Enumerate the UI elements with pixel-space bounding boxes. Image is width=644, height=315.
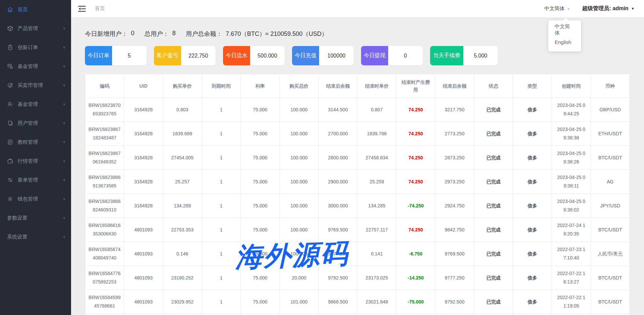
table-cell: 2023-04-25 09:38:02	[552, 194, 591, 218]
user-icon	[7, 101, 13, 107]
language-selector-label: 中文简体	[544, 5, 564, 12]
table-cell: 人民币/美元	[591, 242, 629, 266]
sidebar: 首页 产品管理 ∨ 创新订单 ∨ 基金管理 ∨ 买卖币管理 ∨ 基金管理 ∨ 用…	[0, 0, 71, 315]
admin-menu[interactable]: 超级管理员: admin ▼	[582, 5, 635, 12]
column-header: 创建时间	[552, 74, 591, 98]
table-cell: 9777.250	[318, 242, 357, 266]
sidebar-item-系统设置[interactable]: 系统设置 ∨	[0, 227, 71, 246]
sidebar-item-home[interactable]: 首页	[0, 0, 71, 19]
table-cell: 2022-07-22 11:19:05	[552, 290, 591, 314]
wallet-icon	[7, 158, 13, 164]
table-cell: 借多	[513, 218, 552, 242]
table-cell: 已完成	[474, 170, 513, 194]
table-cell: 已完成	[474, 266, 513, 290]
table-cell: 3144.500	[318, 98, 357, 122]
table-cell: 9868.500	[318, 290, 357, 314]
table-cell: -14.250	[396, 266, 435, 290]
column-header: 购买单价	[163, 74, 202, 98]
table-cell: 2023-04-25 09:38:38	[552, 122, 591, 146]
table-cell: 已完成	[474, 146, 513, 170]
stat-card-value: 5.000	[463, 46, 498, 65]
table-cell: 9842.750	[435, 218, 474, 242]
table-cell: 22753.353	[163, 218, 202, 242]
stat-card-label: 今日订单	[85, 46, 112, 65]
table-cell	[396, 314, 435, 315]
chevron-down-icon: ∨	[567, 7, 570, 10]
table-cell	[474, 314, 513, 315]
stat-card-label: 今日提现	[361, 46, 388, 65]
table-cell	[163, 314, 202, 315]
column-header: 结束后余额	[435, 74, 474, 98]
sidebar-item-trade[interactable]: 买卖币管理 ∨	[0, 76, 71, 95]
orders-table: 编码UID购买单价到期时间利率购买总价结束后余额结束时单价结束时产生费用结束后余…	[85, 74, 630, 315]
collapse-menu-icon[interactable]	[78, 5, 86, 12]
chevron-down-icon: ∨	[63, 216, 66, 220]
language-option[interactable]: 中文简体	[548, 24, 581, 36]
sidebar-item-coins[interactable]: 基金管理 ∨	[0, 57, 71, 76]
sidebar-item-gear[interactable]: 钱包管理 ∨	[0, 189, 71, 208]
language-dropdown: 中文简体 English	[548, 20, 581, 51]
stat-card-value: 500.000	[250, 46, 285, 65]
table-cell: 2022-07-23 17:10:40	[552, 242, 591, 266]
column-header: 结束时单价	[357, 74, 396, 98]
table-cell: 借多	[513, 194, 552, 218]
sidebar-item-label: 产品管理	[18, 25, 63, 32]
table-cell	[241, 314, 280, 315]
sidebar-item-user[interactable]: 基金管理 ∨	[0, 95, 71, 114]
stat-group: 今日新增用户： 0	[85, 30, 134, 38]
table-row: BRW1658567440804974048010930.146175.0001…	[85, 242, 630, 266]
sidebar-item-label: 菜单管理	[18, 177, 63, 183]
table-cell: 134.289	[163, 194, 202, 218]
table-cell: 2773.250	[435, 122, 474, 146]
document-icon	[7, 139, 13, 145]
stat-card: 今日提现 0	[361, 46, 423, 65]
table-row: BRW16823867061848352316492827454.005175.…	[85, 146, 630, 170]
sidebar-item-document[interactable]: 教程管理 ∨	[0, 133, 71, 152]
table-cell: 4801093	[124, 218, 163, 242]
table-cell: 1	[202, 98, 241, 122]
table-cell: 0.803	[163, 98, 202, 122]
language-option[interactable]: English	[548, 36, 581, 48]
table-cell: 23029.952	[163, 290, 202, 314]
trade-icon	[7, 82, 13, 88]
table-row: BRW16823866913673585316492825.257175.000…	[85, 170, 630, 194]
table-cell: BRW16823866913673585	[85, 170, 124, 194]
table-cell: ETH/USDT	[591, 122, 629, 146]
language-selector[interactable]: 中文简体 ∨	[544, 5, 570, 12]
table-cell: 已完成	[474, 290, 513, 314]
table-cell: 1	[202, 242, 241, 266]
table-cell: 101.000	[280, 290, 318, 314]
chevron-down-icon: ∨	[63, 235, 66, 239]
sidebar-item-pages[interactable]: 用户管理 ∨	[0, 114, 71, 133]
table-cell: 22757.117	[357, 218, 396, 242]
table-cell	[202, 314, 241, 315]
breadcrumb: 首页	[95, 5, 105, 12]
table-cell: 已完成	[474, 98, 513, 122]
table-cell: 74.250	[396, 122, 435, 146]
sidebar-item-label: 首页	[18, 6, 66, 13]
chevron-down-icon: ∨	[63, 26, 66, 30]
table-cell	[435, 314, 474, 315]
chevron-down-icon: ∨	[63, 83, 66, 87]
sidebar-item-wallet[interactable]: 行情管理 ∨	[0, 152, 71, 171]
sidebar-item-label: 买卖币管理	[18, 82, 63, 89]
sidebar-item-sliders[interactable]: 菜单管理 ∨	[0, 171, 71, 189]
table-cell: AG	[591, 170, 629, 194]
sidebar-item-cube[interactable]: 产品管理 ∨	[0, 19, 71, 38]
table-row: BRW1682387065302376531649280.803175.0001…	[85, 98, 630, 122]
table-cell: BRW16823870653023765	[85, 98, 124, 122]
table-cell: 1	[202, 146, 241, 170]
table-cell: 2023-04-25 09:38:26	[552, 146, 591, 170]
table-cell: JPY/USD	[591, 194, 629, 218]
table-cell: 1	[202, 290, 241, 314]
sidebar-item-clipboard[interactable]: 创新订单 ∨	[0, 38, 71, 57]
table-cell: 借多	[513, 290, 552, 314]
table-cell: BRW16823867061848352	[85, 146, 124, 170]
table-cell: 1	[202, 218, 241, 242]
sidebar-item-label: 钱包管理	[18, 196, 63, 202]
table-cell: 74.250	[396, 146, 435, 170]
table-row: BRW168238668246093103164928134.289175.00…	[85, 194, 630, 218]
sidebar-item-参数设置[interactable]: 参数设置 ∨	[0, 208, 71, 227]
sidebar-item-label: 行情管理	[18, 158, 63, 164]
table-cell	[513, 314, 552, 315]
